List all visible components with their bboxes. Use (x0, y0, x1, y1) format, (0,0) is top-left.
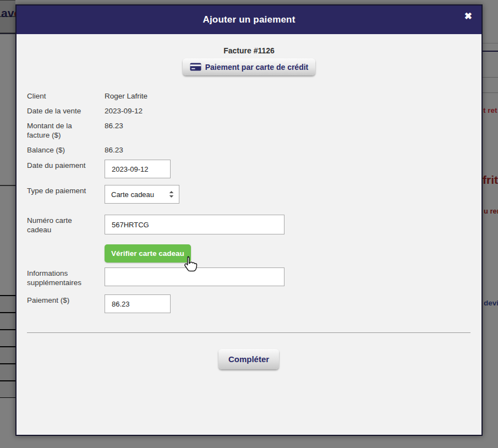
gift-card-number-input[interactable] (105, 215, 284, 234)
modal-title: Ajouter un paiement (203, 14, 295, 25)
close-icon[interactable]: ✖ (464, 12, 472, 21)
sale-date-value: 2023-09-12 (105, 106, 143, 116)
balance-label: Balance ($) (27, 145, 88, 155)
verify-button-row: Vérifier carte cadeau (27, 244, 470, 263)
credit-card-button-label: Paiement par carte de crédit (205, 63, 309, 72)
credit-card-icon (190, 63, 201, 71)
complete-button[interactable]: Compléter (218, 349, 279, 369)
invoice-amount-label: Montant de la facture ($) (27, 121, 88, 140)
sale-date-label: Date de la vente (27, 106, 88, 116)
field-row-payment-date: Date du paiement (27, 160, 470, 178)
field-row-payment-amount: Paiement ($) (27, 294, 470, 313)
verify-gift-card-button[interactable]: Vérifier carte cadeau (105, 244, 191, 263)
payment-amount-label: Paiement ($) (27, 294, 88, 305)
payment-type-selected-value: Carte cadeau (111, 190, 154, 199)
field-row-balance: Balance ($) 86.23 (27, 145, 470, 155)
payment-form: Client Roger Lafrite Date de la vente 20… (17, 91, 481, 369)
complete-button-wrap: Compléter (27, 349, 470, 369)
payment-amount-input[interactable] (105, 294, 171, 313)
payment-type-label: Type de paiement (27, 185, 88, 195)
modal-header: Ajouter un paiement ✖ (17, 6, 481, 34)
add-payment-modal: Ajouter un paiement ✖ Facture #1126 Paie… (15, 4, 483, 436)
field-row-gift-card-number: Numéro carte cadeau (27, 215, 470, 234)
payment-type-select[interactable]: Carte cadeau (105, 185, 179, 204)
payment-date-input[interactable] (105, 160, 171, 178)
extra-info-input[interactable] (105, 267, 284, 286)
field-row-client: Client Roger Lafrite (27, 91, 470, 101)
credit-card-payment-button[interactable]: Paiement par carte de crédit (183, 58, 316, 75)
field-row-payment-type: Type de paiement Carte cadeau (27, 185, 470, 204)
screen: avo t ret frite u ren devi Ajouter un pa… (0, 0, 498, 448)
select-arrows-icon (169, 191, 174, 198)
invoice-number: Facture #1126 (17, 46, 481, 55)
payment-date-label: Date du paiement (27, 160, 88, 170)
extra-info-label: Informations supplémentaires (27, 267, 88, 287)
field-row-sale-date: Date de la vente 2023-09-12 (27, 106, 470, 116)
footer-divider (27, 332, 470, 333)
client-value: Roger Lafrite (105, 91, 147, 101)
field-row-extra-info: Informations supplémentaires (27, 267, 470, 287)
gift-card-number-label: Numéro carte cadeau (27, 215, 88, 234)
credit-card-button-wrap: Paiement par carte de crédit (17, 58, 481, 75)
balance-value: 86.23 (105, 145, 123, 155)
invoice-amount-value: 86.23 (105, 121, 123, 130)
field-row-invoice-amount: Montant de la facture ($) 86.23 (27, 121, 470, 140)
client-label: Client (27, 91, 88, 101)
